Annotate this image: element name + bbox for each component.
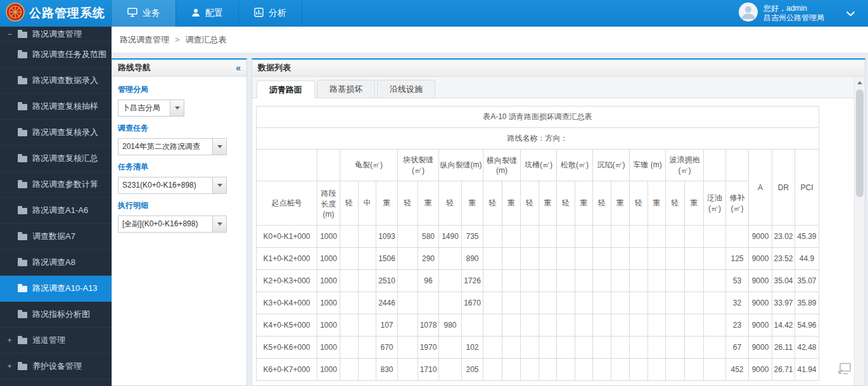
sidebar-item-review-entry[interactable]: 路况调查复核录入 — [0, 120, 112, 146]
sidebar-item-review-summary[interactable]: 路况调查复核汇总 — [0, 146, 112, 172]
tab-bar: 沥青路面路基损坏沿线设施 — [252, 77, 865, 98]
combo-value-task[interactable]: 2014年第二次路况调查 — [118, 139, 212, 155]
breadcrumb-item[interactable]: 路况调查管理 — [120, 34, 169, 46]
user-menu[interactable]: 您好，admin 昌吉州公路管理局 — [739, 3, 824, 24]
scrollbar-thumb[interactable] — [856, 89, 864, 197]
column-header: 重 — [685, 181, 704, 226]
sidebar-item-task-scope[interactable]: 路况调查任务及范围 — [0, 42, 112, 68]
tree-minus-icon[interactable]: − — [6, 30, 13, 39]
nav-item-label: 配置 — [205, 8, 223, 19]
sidebar-item-label: 路况指标分析图 — [32, 309, 90, 320]
table-cell — [340, 226, 359, 248]
sidebar-item-data-entry[interactable]: 路况调查数据录入 — [0, 68, 112, 94]
combo-value-task-list[interactable]: S231(K0+0-K16+898) — [118, 177, 212, 193]
tab-asphalt[interactable]: 沥青路面 — [257, 80, 315, 98]
sidebar-item-equipment-mgmt[interactable]: +养护设备管理 — [0, 354, 112, 380]
sidebar-item-survey-a8[interactable]: 路况调查A8 — [0, 250, 112, 276]
sidebar-item-survey-a1-a6[interactable]: 路况调查A1-A6 — [0, 198, 112, 224]
table-cell: K5+0-K6+000 — [257, 337, 317, 359]
column-group-header: 沉陷(㎡) — [593, 150, 630, 181]
fullscreen-toggle-icon[interactable] — [838, 363, 851, 377]
table-cell — [359, 337, 376, 359]
table-cell — [539, 270, 557, 292]
table-row[interactable]: K1+0-K2+00010001506290890125900023.5244.… — [257, 248, 819, 270]
table-row[interactable]: K2+0-K3+0001000251096172653900035.0435.0… — [257, 270, 819, 292]
combo-dropdown-button[interactable] — [170, 100, 184, 116]
table-row[interactable]: K5+0-K6+0001000670197010267900026.1142.4… — [257, 337, 819, 359]
table-cell — [340, 337, 359, 359]
combo-value-branch[interactable]: 卜昌吉分局 — [118, 100, 170, 116]
table-cell: 9000 — [749, 226, 772, 248]
table-cell: 9000 — [749, 314, 772, 337]
column-header: 轻 — [340, 181, 359, 226]
table-cell — [704, 359, 726, 381]
folder-icon — [18, 156, 27, 162]
column-group-header: 松散(㎡) — [557, 150, 593, 181]
nav-item-analysis[interactable]: 分析 — [238, 0, 302, 27]
tree-plus-icon[interactable]: + — [6, 336, 13, 345]
table-cell: K6+0-K7+000 — [257, 359, 317, 381]
table-cell: 1000 — [317, 226, 340, 248]
table-cell — [539, 226, 557, 248]
sidebar-item-survey-data-a7[interactable]: 调查数据A7 — [0, 224, 112, 250]
vertical-scrollbar[interactable] — [854, 77, 865, 385]
collapse-panel-icon[interactable]: « — [236, 63, 241, 73]
sidebar-item-indicator-chart[interactable]: 路况指标分析图 — [0, 302, 112, 328]
table-cell: 830 — [376, 359, 398, 381]
sidebar-item-patrol-mgmt[interactable]: +巡道管理 — [0, 328, 112, 354]
table-cell — [359, 314, 376, 337]
folder-icon — [18, 52, 27, 58]
table-cell — [685, 248, 704, 270]
nav-item-business[interactable]: 业务 — [112, 0, 176, 27]
tab-subgrade[interactable]: 路基损坏 — [317, 80, 375, 98]
combo-dropdown-button[interactable] — [212, 177, 226, 193]
combo-dropdown-button[interactable] — [212, 216, 226, 232]
scroll-up-arrow-icon[interactable] — [855, 77, 865, 88]
header-chevron-down-icon[interactable] — [846, 11, 855, 16]
table-cell — [521, 337, 539, 359]
combo-value-detail[interactable]: [全副](K0+0-K16+898) — [118, 216, 212, 232]
combo-dropdown-button[interactable] — [212, 139, 226, 155]
column-header: 修补(㎡) — [726, 181, 749, 226]
column-group-header: 波浪拥抱(㎡) — [666, 150, 704, 181]
table-cell — [398, 226, 418, 248]
sidebar-item-review-sampling[interactable]: 路况调查复核抽样 — [0, 94, 112, 120]
table-cell — [593, 226, 611, 248]
column-group-header: 纵向裂缝(m) — [439, 150, 483, 181]
table-cell — [539, 359, 557, 381]
table-cell — [340, 292, 359, 314]
sidebar-item-survey-mgmt[interactable]: −路况调查管理 — [0, 27, 112, 42]
table-cell — [648, 270, 666, 292]
field-label-branch: 管理分局 — [118, 84, 241, 95]
table-row[interactable]: K0+0-K1+000100010935801490735900023.0245… — [257, 226, 819, 248]
chevron-down-icon — [217, 184, 222, 187]
table-cell — [630, 359, 648, 381]
sidebar-item-label: 路况调查复核录入 — [32, 127, 98, 138]
table-cell: 23 — [726, 314, 749, 337]
table-row[interactable]: K6+0-K7+00010008301710205452900026.7141.… — [257, 359, 819, 381]
tree-plus-icon[interactable]: + — [6, 362, 13, 371]
sidebar-item-param-calc[interactable]: 路况调查参数计算 — [0, 172, 112, 198]
sidebar-item-label: 路况调查复核汇总 — [32, 153, 98, 164]
column-group-header: 龟裂(㎡) — [340, 150, 398, 181]
table-row[interactable]: K4+0-K5+0001000107107898023900014.4254.9… — [257, 314, 819, 337]
table-cell — [359, 248, 376, 270]
sidebar-item-label: 养护设备管理 — [32, 361, 82, 372]
table-cell — [704, 226, 726, 248]
nav-item-config[interactable]: 配置 — [176, 0, 238, 27]
table-cell — [593, 248, 611, 270]
sidebar-item-label: 路况调查任务及范围 — [32, 49, 106, 60]
table-cell — [593, 337, 611, 359]
table-cell — [521, 314, 539, 337]
table-cell — [539, 337, 557, 359]
sidebar-item-survey-a10-a13[interactable]: 路况调查A10-A13 — [0, 276, 112, 302]
tab-roadside[interactable]: 沿线设施 — [377, 80, 435, 98]
folder-icon — [18, 286, 27, 292]
user-icon — [191, 8, 200, 19]
data-list-panel-header: 数据列表 — [252, 60, 865, 77]
table-cell — [483, 359, 502, 381]
table-row[interactable]: K3+0-K4+00010002446167032900033.9735.89 — [257, 292, 819, 314]
table-cell — [575, 270, 593, 292]
table-cell — [575, 248, 593, 270]
table-cell: 205 — [462, 359, 483, 381]
